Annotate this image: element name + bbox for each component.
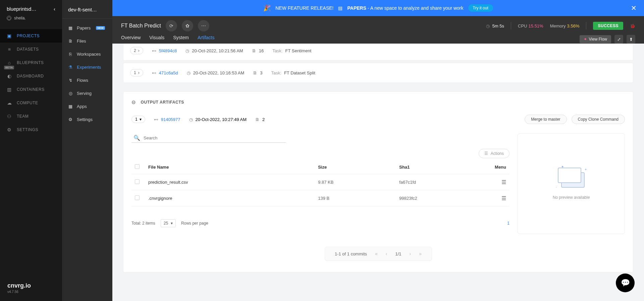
- file-icon: 🗎: [252, 48, 256, 53]
- beta-badge: BETA: [4, 66, 14, 69]
- nav1-icon: ▣: [7, 33, 12, 39]
- output-commit[interactable]: 91405977: [161, 117, 180, 122]
- bug-icon[interactable]: 🐞: [630, 23, 635, 28]
- feature-banner: 🎉 NEW FEATURE RELEASE! ▤ PAPERS - A new …: [112, 0, 644, 16]
- nav2-item[interactable]: ◎Serving: [62, 87, 112, 100]
- tab-artifacts[interactable]: Artifacts: [198, 35, 215, 44]
- tab-overview[interactable]: Overview: [121, 35, 141, 44]
- nav2-label: Experiments: [77, 65, 101, 70]
- artifact-file-count: 3: [260, 70, 262, 75]
- tab-visuals[interactable]: Visuals: [149, 35, 164, 44]
- input-artifact-row: 2› ⊷5f4894c8 ◷20-Oct-2022, 10:21:56 AM 🗎…: [123, 44, 633, 61]
- nav1-item[interactable]: ◐DASHBOARD: [0, 69, 62, 83]
- nav1-label: DATASETS: [17, 47, 39, 52]
- commits-page: 1/1: [395, 251, 401, 256]
- banner-close-icon[interactable]: ✕: [631, 4, 637, 12]
- row-checkbox[interactable]: [135, 195, 140, 200]
- nav2-item[interactable]: ⚗Experiments: [62, 61, 112, 74]
- nav1-item[interactable]: ▣PROJECTS: [0, 29, 62, 43]
- commits-range: 1-1 of 1 commits: [335, 251, 367, 256]
- nav1-item[interactable]: ≡DATASETS: [0, 43, 62, 56]
- nav2-icon: ◎: [68, 91, 73, 96]
- banner-try-button[interactable]: Try it out: [468, 4, 493, 12]
- nav2-item[interactable]: ▦PapersNEW: [62, 21, 112, 35]
- artifact-commit[interactable]: 5f4894c8: [159, 48, 177, 53]
- banner-bold: PAPERS: [347, 5, 366, 11]
- org-caret-icon[interactable]: ‹: [54, 6, 55, 12]
- experiment-tabs: OverviewVisualsSystemArtifacts ✦ View Fl…: [112, 32, 644, 44]
- nav2-item[interactable]: ▦Apps: [62, 100, 112, 113]
- brand: cnvrg.io v4.7.56: [7, 282, 31, 294]
- chat-fab[interactable]: 💬: [616, 274, 635, 292]
- select-all-checkbox[interactable]: [135, 164, 140, 169]
- nav2-label: Settings: [77, 117, 93, 122]
- folder-illustration-icon: ✦ + ·: [558, 168, 585, 188]
- nav1-icon: ⌂: [7, 60, 12, 65]
- expand-icon[interactable]: ⤢: [614, 35, 623, 44]
- user-row[interactable]: ◯ sheila.: [0, 16, 62, 26]
- upload-icon[interactable]: ⬆: [627, 35, 635, 44]
- col-size: Size: [315, 160, 396, 174]
- file-search[interactable]: 🔍: [131, 133, 286, 143]
- next-page-icon[interactable]: ›: [410, 251, 411, 256]
- clone-command-button[interactable]: Copy Clone Command: [572, 115, 625, 124]
- nav2-item[interactable]: ⎘Workspaces: [62, 48, 112, 61]
- banner-text: PAPERS - A new space to analyze and shar…: [347, 5, 463, 11]
- table-row[interactable]: .cnvrgignore 139 B 99823fc2 ☰: [131, 190, 509, 206]
- search-input[interactable]: [144, 135, 284, 140]
- global-sidebar: blueprintsd… ‹ ◯ sheila. ▣PROJECTS≡DATAS…: [0, 0, 62, 301]
- tab-system[interactable]: System: [173, 35, 189, 44]
- nav1-item[interactable]: ☁COMPUTE: [0, 96, 62, 110]
- col-sha: Sha1: [396, 160, 486, 174]
- file-name: .cnvrgignore: [145, 190, 315, 206]
- nav2-item[interactable]: 🗎Files: [62, 35, 112, 48]
- nav1-item[interactable]: ▥CONTAINERS: [0, 83, 62, 96]
- prev-page-icon[interactable]: ‹: [386, 251, 387, 256]
- settings-button[interactable]: ✿: [182, 20, 193, 32]
- artifact-badge[interactable]: 1›: [130, 69, 143, 76]
- row-menu-icon[interactable]: ☰: [501, 179, 506, 185]
- view-flow-button[interactable]: ✦ View Flow: [580, 35, 611, 43]
- nav1-label: SETTINGS: [17, 127, 38, 132]
- experiment-title: FT Batch Predict: [121, 23, 161, 29]
- new-badge: NEW: [96, 26, 105, 30]
- artifact-badge[interactable]: 2›: [130, 47, 143, 54]
- org-switcher[interactable]: blueprintsd… ‹: [0, 0, 62, 16]
- actions-dropdown[interactable]: ☰ Actions: [479, 149, 509, 158]
- clock-icon: ◷: [189, 117, 193, 122]
- more-button[interactable]: ⋯: [198, 20, 209, 32]
- experiment-header: FT Batch Predict ⟳ ✿ ⋯ ◷ 5m 5s CPU15.51%…: [112, 16, 644, 44]
- nav1-label: DASHBOARD: [17, 74, 44, 78]
- nav1-icon: ≡: [7, 47, 12, 52]
- file-icon: 🗎: [253, 70, 257, 75]
- file-icon: 🗎: [255, 117, 260, 122]
- project-title[interactable]: dev-ft-sent…: [62, 0, 112, 19]
- row-menu-icon[interactable]: ☰: [501, 195, 506, 201]
- nav2-item[interactable]: ⚙Settings: [62, 113, 112, 126]
- nav2-icon: 🗎: [68, 39, 73, 44]
- nav1-icon: ▥: [7, 87, 12, 92]
- nav1-item[interactable]: ⌂BLUEPRINTSBETA: [0, 56, 62, 69]
- cpu-stat: CPU15.51%: [518, 23, 543, 28]
- artifact-commit[interactable]: 471c6a5d: [159, 70, 178, 75]
- last-page-icon[interactable]: »: [419, 251, 422, 256]
- clock-icon: ◷: [187, 70, 191, 75]
- nav2-label: Workspaces: [77, 52, 101, 57]
- page-size-select[interactable]: 25 ▾: [161, 219, 176, 227]
- merge-button[interactable]: Merge to master: [525, 115, 567, 124]
- nav2-icon: ▦: [68, 104, 73, 109]
- total-items: Total: 2 items: [131, 221, 155, 226]
- refresh-button[interactable]: ⟳: [166, 20, 177, 32]
- nav1-item[interactable]: ⚙SETTINGS: [0, 123, 62, 136]
- nav1-item[interactable]: ⚇TEAM: [0, 110, 62, 123]
- nav2-label: Papers: [77, 25, 91, 31]
- nav1-icon: ◐: [7, 73, 12, 79]
- brand-version: v4.7.56: [7, 290, 31, 294]
- row-checkbox[interactable]: [135, 179, 140, 184]
- first-page-icon[interactable]: «: [375, 251, 378, 256]
- output-badge[interactable]: 1 ▾: [131, 116, 145, 123]
- table-row[interactable]: prediction_result.csv 9.87 KB fa67c1fd ☰: [131, 174, 509, 190]
- nav2-label: Serving: [77, 91, 92, 96]
- page-link[interactable]: 1: [507, 221, 509, 226]
- nav2-item[interactable]: ↯Flows: [62, 74, 112, 87]
